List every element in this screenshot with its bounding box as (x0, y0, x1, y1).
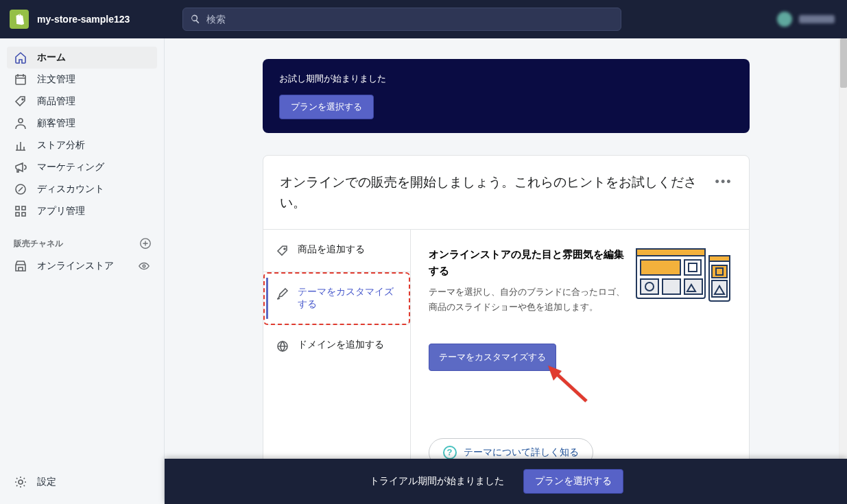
storefront-icon (14, 259, 27, 273)
brush-icon (276, 287, 289, 300)
sidebar-item-online-store[interactable]: オンラインストア (7, 255, 157, 277)
card-more-button[interactable]: ••• (707, 172, 732, 189)
discount-icon (14, 182, 27, 196)
setup-item-add-product[interactable]: 商品を追加する (263, 230, 410, 272)
channels-title: 販売チャネル (14, 238, 63, 250)
sidebar-item-products[interactable]: 商品管理 (7, 91, 157, 112)
svg-point-1 (22, 99, 23, 100)
customize-theme-button[interactable]: テーマをカスタマイズする (429, 344, 556, 371)
orders-icon (14, 73, 27, 86)
tag-icon (276, 244, 289, 258)
bottom-trial-bar: トライアル期間が始まりました プランを選択する (165, 459, 847, 504)
svg-point-11 (284, 248, 285, 250)
bottom-select-plan-button[interactable]: プランを選択する (523, 469, 623, 494)
svg-rect-14 (636, 249, 705, 256)
gear-icon (14, 475, 27, 489)
svg-rect-20 (663, 279, 680, 294)
sidebar-item-label: ディスカウント (37, 183, 104, 195)
detail-description: テーマを選択し、自分のブランドに合ったロゴ、商品のスライドショーや色を追加します… (429, 285, 627, 315)
tag-icon (14, 95, 27, 108)
sidebar-item-marketing[interactable]: マーケティング (7, 156, 157, 178)
view-store-icon[interactable] (138, 260, 150, 272)
sidebar-item-label: 顧客管理 (37, 117, 75, 130)
add-channel-button[interactable] (139, 237, 152, 250)
megaphone-icon (14, 160, 27, 174)
svg-rect-5 (22, 206, 25, 210)
svg-point-2 (19, 119, 23, 123)
sidebar: ホーム 注文管理 商品管理 顧客管理 ストア分析 マーケティング (0, 38, 165, 504)
sidebar-item-label: オンラインストア (37, 260, 114, 272)
user-menu[interactable] (777, 12, 847, 27)
svg-rect-23 (709, 256, 730, 261)
sidebar-item-label: 設定 (37, 476, 56, 488)
sidebar-item-settings[interactable]: 設定 (7, 471, 157, 493)
svg-rect-6 (16, 213, 19, 216)
bottom-bar-text: トライアル期間が始まりました (370, 475, 504, 488)
apps-icon (14, 204, 27, 218)
annotation-arrow (545, 365, 593, 407)
svg-point-10 (19, 480, 23, 484)
sidebar-item-label: ホーム (37, 51, 66, 64)
sidebar-item-customers[interactable]: 顧客管理 (7, 112, 157, 134)
search-wrap (177, 8, 630, 31)
svg-rect-0 (16, 75, 25, 84)
home-icon (14, 51, 27, 64)
card-title: オンラインでの販売を開始しましょう。これらのヒントをお試しください。 (280, 172, 707, 214)
trial-message: お試し期間が始まりました (279, 73, 733, 85)
learn-more-label: テーマについて詳しく知る (464, 446, 579, 459)
sidebar-item-label: 注文管理 (37, 73, 75, 86)
help-icon: ? (443, 446, 457, 459)
setup-item-customize-theme[interactable]: テーマをカスタマイズする (263, 272, 410, 325)
sidebar-item-label: 商品管理 (37, 95, 75, 108)
sales-channels-header: 販売チャネル (0, 224, 164, 254)
sidebar-item-home[interactable]: ホーム (7, 47, 157, 69)
sidebar-item-orders[interactable]: 注文管理 (7, 69, 157, 91)
setup-card: オンラインでの販売を開始しましょう。これらのヒントをお試しください。 ••• 商… (263, 155, 750, 495)
trial-banner: お試し期間が始まりました プランを選択する (263, 59, 750, 133)
setup-detail-panel: オンラインストアの見た目と雰囲気を編集する テーマを選択し、自分のブランドに合っ… (411, 230, 749, 494)
search-input[interactable] (206, 14, 614, 25)
person-icon (14, 117, 27, 130)
search-icon (190, 14, 201, 25)
sidebar-item-label: ストア分析 (37, 139, 85, 152)
svg-rect-15 (641, 260, 680, 275)
sidebar-item-analytics[interactable]: ストア分析 (7, 134, 157, 156)
svg-point-9 (143, 265, 145, 267)
avatar (777, 12, 792, 27)
setup-steps-list: 商品を追加する テーマをカスタマイズする ドメインを追加する (263, 230, 411, 494)
store-name: my-store-sample123 (37, 14, 130, 25)
search-box[interactable] (182, 8, 621, 31)
svg-rect-4 (16, 206, 19, 210)
svg-rect-16 (684, 260, 701, 275)
setup-item-label: テーマをカスタマイズする (298, 286, 398, 311)
setup-item-add-domain[interactable]: ドメインを追加する (263, 325, 410, 367)
trial-select-plan-button[interactable]: プランを選択する (279, 95, 374, 119)
setup-item-label: ドメインを追加する (298, 339, 384, 351)
sidebar-item-label: マーケティング (37, 161, 104, 173)
theme-illustration (635, 246, 731, 305)
sidebar-item-apps[interactable]: アプリ管理 (7, 200, 157, 222)
sidebar-item-label: アプリ管理 (37, 205, 85, 217)
globe-icon (276, 339, 289, 353)
svg-rect-7 (22, 213, 25, 216)
analytics-icon (14, 139, 27, 152)
top-header: my-store-sample123 (0, 0, 847, 38)
svg-rect-18 (641, 279, 658, 294)
shopify-logo-icon (10, 10, 29, 29)
main-content: お試し期間が始まりました プランを選択する オンラインでの販売を開始しましょう。… (165, 38, 847, 504)
user-label-blurred (799, 15, 835, 23)
scrollbar[interactable] (839, 38, 847, 504)
logo-area[interactable]: my-store-sample123 (0, 10, 177, 29)
detail-title: オンラインストアの見た目と雰囲気を編集する (429, 246, 627, 279)
setup-item-label: 商品を追加する (298, 243, 365, 256)
sidebar-item-discounts[interactable]: ディスカウント (7, 178, 157, 200)
svg-rect-24 (712, 265, 727, 278)
